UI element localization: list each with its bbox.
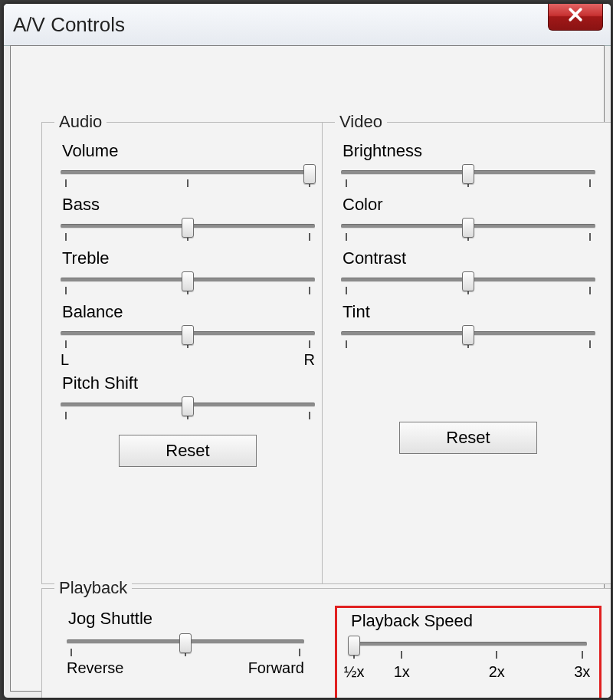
speed-tick-label: ½x xyxy=(344,663,365,681)
window-title: A/V Controls xyxy=(13,13,125,37)
color-label: Color xyxy=(343,195,602,215)
playback-speed-label: Playback Speed xyxy=(351,611,593,631)
treble-control: Treble xyxy=(54,248,321,297)
balance-slider[interactable] xyxy=(61,324,315,351)
bass-slider[interactable] xyxy=(61,216,315,244)
contrast-control: Contrast xyxy=(335,248,602,297)
tint-slider[interactable] xyxy=(341,324,595,351)
contrast-slider[interactable] xyxy=(341,270,595,297)
jog-reverse-label: Reverse xyxy=(67,659,123,677)
video-legend: Video xyxy=(335,112,387,132)
playback-speed-ticklabels: ½x1x2x3x xyxy=(349,663,587,682)
speed-tick-label: 3x xyxy=(574,663,590,681)
video-reset-button[interactable]: Reset xyxy=(399,422,537,454)
brightness-label: Brightness xyxy=(343,141,602,161)
tint-label: Tint xyxy=(343,302,602,322)
playback-speed-section: Playback Speed ½x1x2x3x xyxy=(335,606,602,698)
audio-legend: Audio xyxy=(54,112,107,132)
jog-shuttle-label: Jog Shuttle xyxy=(68,609,310,629)
titlebar: A/V Controls xyxy=(4,4,611,46)
volume-slider[interactable] xyxy=(61,163,315,190)
contrast-label: Contrast xyxy=(343,248,602,268)
playback-group: Playback Jog Shuttle Reverse Forward Pla… xyxy=(41,578,611,698)
volume-label: Volume xyxy=(62,141,321,161)
av-controls-window: A/V Controls Audio Volume Bass xyxy=(3,3,611,698)
color-slider[interactable] xyxy=(341,216,595,244)
jog-shuttle-slider[interactable] xyxy=(67,632,304,659)
volume-control: Volume xyxy=(54,141,321,190)
pitchshift-slider[interactable] xyxy=(61,395,315,422)
audio-reset-button[interactable]: Reset xyxy=(119,435,257,467)
bass-label: Bass xyxy=(62,195,321,215)
treble-label: Treble xyxy=(62,248,321,268)
brightness-slider[interactable] xyxy=(341,163,595,190)
client-area: Audio Volume Bass Treble xyxy=(10,45,605,692)
pitchshift-label: Pitch Shift xyxy=(62,373,321,393)
jog-forward-label: Forward xyxy=(248,659,304,677)
close-button[interactable] xyxy=(548,3,603,31)
video-group: Video Brightness Color Contrast xyxy=(322,112,611,584)
bass-control: Bass xyxy=(54,195,321,244)
jog-shuttle-section: Jog Shuttle Reverse Forward xyxy=(54,606,316,698)
tint-control: Tint xyxy=(335,302,602,351)
playback-legend: Playback xyxy=(54,578,132,598)
playback-speed-slider[interactable] xyxy=(349,634,587,662)
speed-tick-label: 1x xyxy=(394,663,410,681)
balance-left-label: L xyxy=(61,351,69,369)
treble-slider[interactable] xyxy=(61,270,315,297)
pitchshift-control: Pitch Shift xyxy=(54,373,321,422)
balance-right-label: R xyxy=(304,351,315,369)
balance-label: Balance xyxy=(62,302,321,322)
close-icon xyxy=(567,6,584,27)
color-control: Color xyxy=(335,195,602,244)
balance-control: Balance L R xyxy=(54,302,321,369)
brightness-control: Brightness xyxy=(335,141,602,190)
audio-group: Audio Volume Bass Treble xyxy=(41,112,334,584)
speed-tick-label: 2x xyxy=(489,663,505,681)
